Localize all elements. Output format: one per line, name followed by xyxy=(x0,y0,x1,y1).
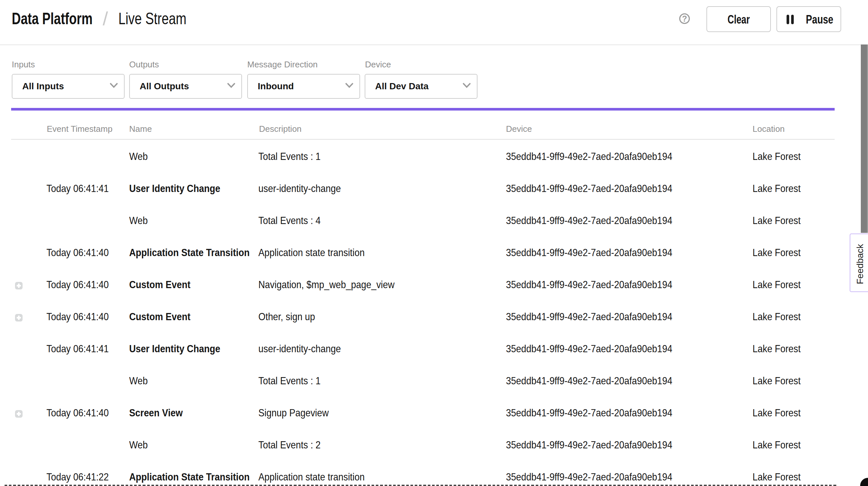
svg-text:?: ? xyxy=(682,14,687,23)
